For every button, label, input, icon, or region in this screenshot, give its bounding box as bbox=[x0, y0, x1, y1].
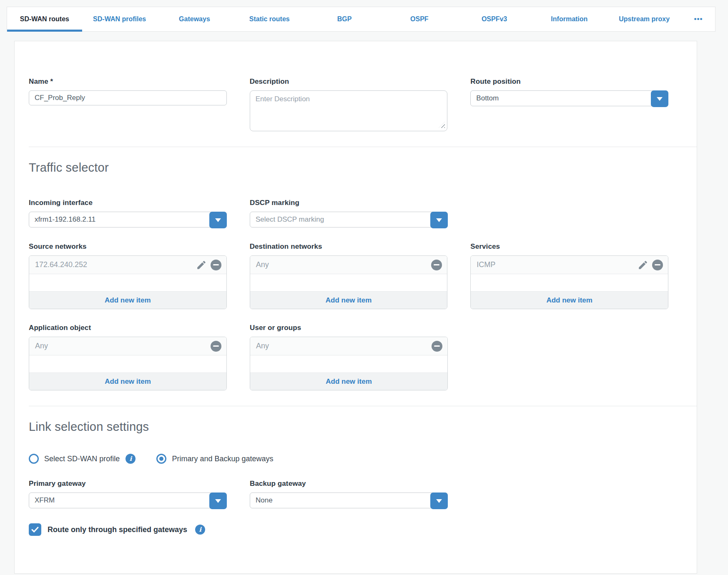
services-group: Services ICMP Add new item bbox=[470, 242, 668, 309]
route-position-select[interactable]: Bottom bbox=[470, 90, 668, 106]
tab-sd-wan-routes[interactable]: SD-WAN routes bbox=[7, 7, 82, 31]
application-object-box: Any Add new item bbox=[29, 337, 227, 390]
tab-sd-wan-profiles[interactable]: SD-WAN profiles bbox=[82, 7, 157, 31]
primary-gateway-select[interactable]: XFRM bbox=[29, 492, 227, 508]
dropdown-button[interactable] bbox=[430, 492, 448, 509]
chevron-down-icon bbox=[436, 499, 442, 503]
form-card: Name * Description Route position Bottom… bbox=[14, 41, 697, 574]
section-divider bbox=[29, 406, 697, 406]
route-only-row: Route only through specified gateways i bbox=[29, 523, 668, 536]
info-icon[interactable]: i bbox=[126, 454, 136, 464]
edit-icon[interactable] bbox=[196, 260, 207, 270]
primary-gateway-field-group: Primary gateway XFRM bbox=[29, 480, 227, 508]
remove-icon[interactable] bbox=[211, 341, 221, 352]
incoming-interface-field-group: Incoming interface xfrm1-192.168.2.11 bbox=[29, 199, 227, 228]
application-object-label: Application object bbox=[29, 324, 227, 332]
incoming-interface-label: Incoming interface bbox=[29, 199, 227, 207]
user-or-groups-label: User or groups bbox=[250, 324, 448, 332]
link-selection-heading: Link selection settings bbox=[29, 420, 668, 434]
edit-icon[interactable] bbox=[638, 260, 648, 270]
radio-primary-backup-gateways[interactable]: Primary and Backup gateways bbox=[156, 454, 273, 464]
dropdown-button[interactable] bbox=[209, 492, 227, 509]
select-value: Bottom bbox=[471, 94, 499, 102]
radio-select-sdwan-profile[interactable]: Select SD-WAN profile bbox=[29, 454, 120, 464]
description-textarea[interactable] bbox=[250, 90, 448, 131]
description-label: Description bbox=[250, 78, 448, 86]
route-position-field-group: Route position Bottom bbox=[470, 78, 668, 131]
backup-gateway-field-group: Backup gateway None bbox=[250, 480, 448, 508]
add-new-item-button[interactable]: Add new item bbox=[250, 372, 447, 390]
add-new-item-button[interactable]: Add new item bbox=[471, 291, 668, 309]
dropdown-button[interactable] bbox=[209, 212, 227, 228]
tab-static-routes[interactable]: Static routes bbox=[232, 7, 307, 31]
chevron-down-icon bbox=[215, 218, 221, 222]
gateways-row: Primary gateway XFRM Backup gateway None bbox=[29, 480, 668, 508]
dscp-marking-select[interactable]: Select DSCP marking bbox=[250, 212, 448, 228]
more-tabs-icon[interactable]: ••• bbox=[682, 7, 715, 31]
list-item: Any bbox=[29, 337, 226, 355]
dscp-marking-label: DSCP marking bbox=[250, 199, 448, 207]
user-or-groups-box: Any Add new item bbox=[250, 337, 448, 390]
general-row: Name * Description Route position Bottom bbox=[29, 78, 668, 131]
user-or-groups-group: User or groups Any Add new item bbox=[250, 324, 448, 390]
source-networks-box: 172.64.240.252 Add new item bbox=[29, 255, 227, 309]
list-item-text: ICMP bbox=[477, 260, 638, 269]
select-placeholder: Select DSCP marking bbox=[250, 215, 324, 224]
list-empty-area bbox=[29, 274, 226, 291]
dropdown-button[interactable] bbox=[430, 212, 448, 228]
dropdown-button[interactable] bbox=[651, 90, 668, 107]
add-new-item-button[interactable]: Add new item bbox=[250, 291, 447, 309]
incoming-interface-select[interactable]: xfrm1-192.168.2.11 bbox=[29, 212, 227, 228]
name-label: Name * bbox=[29, 78, 227, 86]
services-label: Services bbox=[470, 242, 668, 251]
tab-ospf[interactable]: OSPF bbox=[382, 7, 457, 31]
remove-icon[interactable] bbox=[431, 260, 442, 270]
chevron-down-icon bbox=[657, 97, 663, 101]
list-empty-area bbox=[29, 355, 226, 372]
select-value: xfrm1-192.168.2.11 bbox=[29, 215, 95, 224]
chevron-down-icon bbox=[436, 218, 442, 222]
dscp-marking-field-group: DSCP marking Select DSCP marking bbox=[250, 199, 448, 228]
application-object-group: Application object Any Add new item bbox=[29, 324, 227, 390]
interface-row: Incoming interface xfrm1-192.168.2.11 DS… bbox=[29, 199, 668, 228]
services-box: ICMP Add new item bbox=[470, 255, 668, 309]
remove-icon[interactable] bbox=[432, 341, 442, 352]
radio-selected-icon bbox=[156, 454, 166, 464]
list-item-text: Any bbox=[35, 342, 211, 350]
tab-ospfv3[interactable]: OSPFv3 bbox=[457, 7, 532, 31]
list-item-text: 172.64.240.252 bbox=[35, 260, 196, 269]
select-value: XFRM bbox=[29, 496, 55, 505]
radio-label: Select SD-WAN profile bbox=[44, 455, 120, 463]
add-new-item-button[interactable]: Add new item bbox=[29, 372, 226, 390]
list-empty-area bbox=[250, 274, 447, 291]
info-icon[interactable]: i bbox=[195, 525, 205, 535]
list-empty-area bbox=[250, 355, 447, 372]
list-item: Any bbox=[250, 337, 447, 355]
destination-networks-group: Destination networks Any Add new item bbox=[250, 242, 448, 309]
description-field-group: Description bbox=[250, 78, 448, 131]
add-new-item-button[interactable]: Add new item bbox=[29, 291, 226, 309]
tab-upstream-proxy[interactable]: Upstream proxy bbox=[607, 7, 682, 31]
tab-bgp[interactable]: BGP bbox=[307, 7, 382, 31]
name-input[interactable] bbox=[29, 90, 227, 105]
section-divider bbox=[29, 147, 697, 147]
route-position-label: Route position bbox=[470, 78, 668, 86]
backup-gateway-select[interactable]: None bbox=[250, 492, 448, 508]
traffic-selector-heading: Traffic selector bbox=[29, 161, 668, 175]
list-item: 172.64.240.252 bbox=[29, 256, 226, 274]
list-item: Any bbox=[250, 256, 447, 274]
list-item-text: Any bbox=[256, 260, 432, 269]
remove-icon[interactable] bbox=[652, 260, 663, 270]
source-networks-label: Source networks bbox=[29, 242, 227, 251]
select-value: None bbox=[250, 496, 273, 505]
name-field-group: Name * bbox=[29, 78, 227, 131]
route-only-checkbox[interactable] bbox=[29, 523, 41, 536]
tab-information[interactable]: Information bbox=[532, 7, 607, 31]
backup-gateway-label: Backup gateway bbox=[250, 480, 448, 488]
destination-networks-label: Destination networks bbox=[250, 242, 448, 251]
list-item-text: Any bbox=[256, 342, 432, 350]
list-item: ICMP bbox=[471, 256, 668, 274]
tab-gateways[interactable]: Gateways bbox=[157, 7, 232, 31]
remove-icon[interactable] bbox=[211, 260, 221, 270]
networks-row: Source networks 172.64.240.252 Add new i… bbox=[29, 242, 668, 309]
